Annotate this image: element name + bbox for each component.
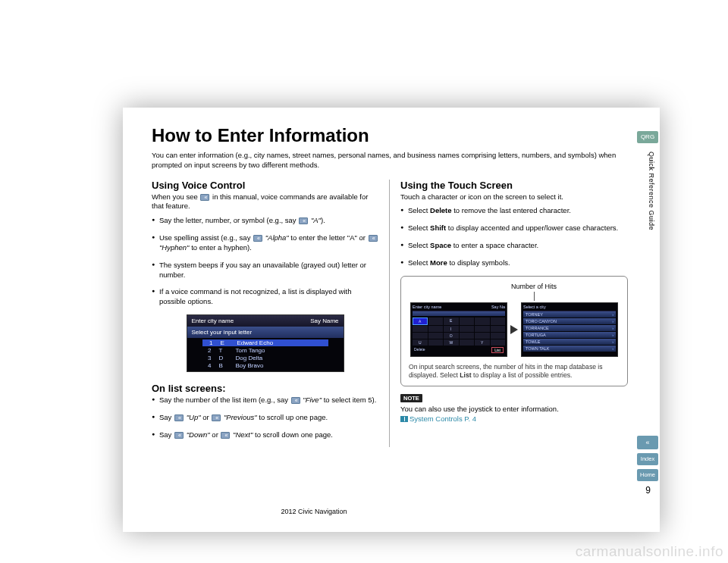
touch-bullets: Select Delete to remove the last entered… [400,206,628,267]
voice-heading: Using Voice Control [152,180,378,191]
book-icon [400,416,408,422]
tab-voice[interactable] [637,436,658,449]
screen-row: 4BBoy Bravo [202,362,328,369]
tab-qrg[interactable]: QRG [637,131,658,143]
talk-icon [174,432,184,439]
screen-hint: Say Name [310,317,338,324]
talk-icon [299,217,308,224]
talk-icon [174,414,184,421]
talk-icon [212,414,221,421]
touch-heading: Using the Touch Screen [400,180,628,191]
touch-bullet: Select More to display symbols. [400,258,628,268]
screen-row: 1EEdward Echo [202,339,328,346]
touch-caption: On input search screens, the number of h… [409,363,620,380]
talk-icon [221,432,230,439]
kbd-title: Enter city name [413,305,441,309]
touch-bullet: Select Space to enter a space character. [400,241,628,251]
talk-icon [200,194,209,201]
list-bullet: Say the number of the list item (e.g., s… [152,396,378,405]
touch-frame: Number of Hits Enter city name Say Na AE… [400,276,628,386]
watermark: carmanualsonline.info [576,543,723,560]
list-item: TORRANCE› [523,325,616,331]
touch-bullet: Select Delete to remove the last entered… [400,206,628,216]
kbd-delete: Delete [414,347,425,353]
note-link[interactable]: System Controls P. 4 [400,414,628,424]
voice-bullet: The system beeps if you say an unavailab… [152,261,378,280]
page-title: How to Enter Information [152,125,628,146]
numhits-callout-line [534,292,535,301]
kbd-grid: AE I O UWY [413,317,505,346]
tab-home[interactable]: Home [637,469,658,481]
voice-screenshot: Enter city name Say Name Select your inp… [187,314,344,372]
voice-bullet: If a voice command is not recognized, a … [152,287,378,307]
note-text: You can also use the joystick to enter i… [400,405,628,414]
voice-bullets: Say the letter, number, or symbol (e.g.,… [152,216,378,307]
section-label: Quick Reference Guide [648,152,655,230]
kbd-list-button: List [491,347,504,353]
intro-text: You can enter information (e.g., city na… [152,151,628,170]
list-bullet: Say "Up" or "Previous" to scroll up one … [152,413,378,423]
list-item: TOWLE› [523,339,616,345]
tab-index[interactable]: Index [637,453,658,465]
list-heading: On list screens: [152,383,378,394]
list-bullets: Say the number of the list item (e.g., s… [152,396,378,439]
keyboard-screenshot: Enter city name Say Na AE I O UWY Delete [410,302,507,357]
column-voice-control: Using Voice Control When you see in this… [152,180,390,448]
note-badge: NOTE [400,394,422,402]
touch-bullet: Select Shift to display accented and upp… [400,224,628,233]
page-content: How to Enter Information You can enter i… [152,125,628,447]
list-item: TOWN TALK› [523,346,616,352]
list-title: Select a city [523,305,546,309]
page-number: 9 [645,485,651,496]
talk-icon [253,235,262,242]
arrow-icon [510,325,518,334]
screen-rows: 1EEdward Echo 2TTom Tango 3DDog Delta 4B… [187,338,344,371]
numhits-label: Number of Hits [428,283,639,290]
screen-row: 3DDog Delta [202,355,328,361]
screen-row: 2TTom Tango [202,347,328,354]
list-screenshot: Select a city TORNEY› TORO CANYON› TORRA… [521,302,618,357]
list-item: TORNEY› [523,311,616,317]
screen-sub: Select your input letter [187,327,344,338]
kbd-hint: Say Na [491,305,505,309]
voice-bullet: Say the letter, number, or symbol (e.g.,… [152,216,378,226]
list-item: TORTUGA› [523,332,616,338]
talk-icon [291,397,300,404]
voice-bullet: Use spelling assist (e.g., say "Alpha" t… [152,233,378,253]
column-touch-screen: Using the Touch Screen Touch a character… [390,180,628,448]
voice-subintro: When you see in this manual, voice comma… [152,192,378,212]
list-bullet: Say "Down" or "Next" to scroll down one … [152,430,378,440]
screen-title: Enter city name [192,317,234,324]
footer-text: 2012 Civic Navigation [0,508,628,515]
touch-subintro: Touch a character or icon on the screen … [400,192,628,202]
list-item: TORO CANYON› [523,318,616,324]
talk-icon [369,235,378,242]
